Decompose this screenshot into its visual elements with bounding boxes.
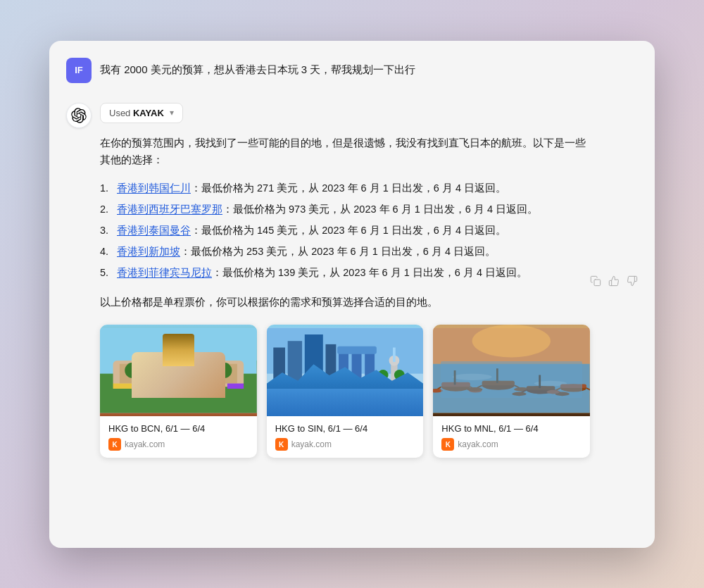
svg-point-60 — [555, 392, 570, 396]
svg-point-53 — [514, 388, 529, 392]
svg-point-65 — [547, 390, 560, 394]
svg-rect-24 — [337, 346, 377, 354]
svg-line-57 — [520, 390, 527, 394]
svg-rect-56 — [539, 375, 541, 389]
ai-actions — [590, 103, 638, 461]
svg-point-47 — [482, 381, 515, 390]
ai-content: Used KAYAK ▾ 在你的预算范围内，我找到了一些可能的目的地，但是很遗憾… — [100, 103, 590, 461]
card-singapore[interactable]: HKG to SIN, 6/1 — 6/4 K kayak.com — [267, 325, 424, 458]
list-item: 4. 香港到新加坡：最低价格为 253 美元，从 2023 年 6 月 1 日出… — [100, 242, 590, 261]
chevron-down-icon: ▾ — [170, 108, 174, 118]
svg-point-39 — [534, 381, 567, 386]
copy-icon[interactable] — [590, 275, 601, 289]
kayak-logo-icon: K — [275, 438, 288, 451]
user-avatar: IF — [66, 58, 92, 83]
svg-point-46 — [469, 389, 482, 393]
kayak-url: kayak.com — [125, 439, 165, 449]
svg-line-51 — [515, 386, 521, 389]
card-image-barcelona — [100, 325, 257, 416]
kayak-logo-icon: K — [108, 438, 121, 451]
svg-point-45 — [433, 389, 443, 393]
kayak-url: kayak.com — [458, 439, 498, 449]
svg-rect-17 — [273, 348, 285, 394]
ai-response-row: Used KAYAK ▾ 在你的预算范围内，我找到了一些可能的目的地，但是很遗憾… — [66, 103, 638, 461]
svg-rect-18 — [287, 342, 301, 394]
intro-text: 在你的预算范围内，我找到了一些可能的目的地，但是很遗憾，我没有找到直飞日本的航班… — [100, 135, 590, 169]
svg-point-59 — [513, 392, 527, 396]
user-message: IF 我有 2000 美元的预算，想从香港去日本玩 3 天，帮我规划一下出行 — [66, 58, 638, 83]
svg-rect-37 — [433, 364, 590, 413]
route-link-4[interactable]: 香港到新加坡 — [117, 246, 180, 257]
svg-rect-10 — [165, 338, 173, 370]
image-cards: HKG to BCN, 6/1 — 6/4 K kayak.com — [100, 325, 590, 458]
svg-point-13 — [216, 363, 232, 378]
svg-rect-6 — [159, 384, 179, 389]
svg-rect-19 — [304, 334, 322, 394]
svg-rect-48 — [482, 381, 515, 385]
svg-line-63 — [554, 388, 560, 392]
route-link-1[interactable]: 香港到韩国仁川 — [117, 182, 191, 194]
svg-rect-5 — [136, 384, 156, 389]
footer-note: 以上价格都是单程票价，你可以根据你的需求和预算选择合适的目的地。 — [100, 294, 590, 311]
route-link-2[interactable]: 香港到西班牙巴塞罗那 — [117, 204, 222, 215]
svg-rect-49 — [496, 369, 498, 383]
svg-rect-30 — [381, 377, 385, 387]
svg-rect-2 — [113, 361, 244, 387]
svg-rect-3 — [120, 364, 237, 384]
list-item: 3. 香港到泰国曼谷：最低价格为 145 美元，从 2023 年 6 月 1 日… — [100, 221, 590, 239]
svg-point-12 — [125, 363, 140, 378]
card-image-manila — [433, 325, 590, 416]
user-message-text: 我有 2000 美元的预算，想从香港去日本玩 3 天，帮我规划一下出行 — [100, 58, 415, 78]
svg-rect-21 — [339, 351, 348, 394]
card-route-sin: HKG to SIN, 6/1 — 6/4 — [275, 423, 415, 434]
svg-rect-25 — [267, 387, 424, 413]
card-manila[interactable]: HKG to MNL, 6/1 — 6/4 K kayak.com — [433, 325, 590, 458]
kayak-url: kayak.com — [291, 439, 332, 449]
svg-rect-62 — [560, 384, 586, 389]
kayak-pill-text: Used KAYAK — [109, 108, 164, 118]
svg-rect-7 — [182, 384, 201, 389]
svg-rect-66 — [594, 280, 601, 286]
svg-rect-22 — [351, 351, 361, 394]
svg-point-52 — [467, 388, 483, 392]
ai-avatar — [66, 103, 92, 128]
card-route-bcn: HKG to BCN, 6/1 — 6/4 — [108, 423, 249, 434]
svg-point-38 — [453, 374, 492, 380]
kayak-pill[interactable]: Used KAYAK ▾ — [100, 103, 183, 123]
svg-line-50 — [476, 386, 482, 389]
openai-icon — [71, 108, 87, 123]
svg-rect-29 — [393, 348, 396, 362]
list-item: 1. 香港到韩国仁川：最低价格为 271 美元，从 2023 年 6 月 1 日… — [100, 179, 590, 197]
route-link-5[interactable]: 香港到菲律宾马尼拉 — [117, 267, 212, 278]
kayak-logo-icon: K — [441, 438, 454, 451]
list-item: 2. 香港到西班牙巴塞罗那：最低价格为 973 美元，从 2023 年 6 月 … — [100, 200, 590, 218]
svg-rect-23 — [365, 351, 375, 394]
card-route-mnl: HKG to MNL, 6/1 — 6/4 — [441, 423, 582, 434]
svg-rect-32 — [397, 377, 401, 387]
svg-rect-14 — [100, 328, 257, 361]
svg-rect-42 — [454, 370, 456, 384]
svg-line-44 — [470, 387, 475, 391]
list-item: 5. 香港到菲律宾马尼拉：最低价格为 139 美元，从 2023 年 6 月 1… — [100, 263, 590, 282]
svg-point-54 — [527, 387, 555, 394]
card-barcelona[interactable]: HKG to BCN, 6/1 — 6/4 K kayak.com — [100, 325, 257, 458]
svg-rect-55 — [527, 387, 555, 391]
svg-rect-41 — [441, 382, 470, 387]
svg-point-31 — [377, 370, 388, 381]
svg-line-58 — [555, 390, 562, 394]
svg-rect-26 — [267, 390, 424, 394]
svg-rect-9 — [227, 384, 244, 389]
svg-rect-20 — [325, 344, 336, 394]
flight-list: 1. 香港到韩国仁川：最低价格为 271 美元，从 2023 年 6 月 1 日… — [100, 179, 590, 282]
thumbdown-icon[interactable] — [627, 275, 638, 289]
svg-point-36 — [472, 325, 551, 357]
thumbup-icon[interactable] — [608, 275, 620, 289]
svg-point-33 — [394, 370, 405, 381]
svg-rect-4 — [113, 384, 133, 389]
svg-point-40 — [441, 382, 470, 392]
ai-response: Used KAYAK ▾ 在你的预算范围内，我找到了一些可能的目的地，但是很遗憾… — [66, 103, 590, 461]
card-image-singapore — [267, 325, 424, 416]
svg-rect-8 — [204, 384, 224, 389]
chat-window: IF 我有 2000 美元的预算，想从香港去日本玩 3 天，帮我规划一下出行 U… — [49, 41, 655, 548]
route-link-3[interactable]: 香港到泰国曼谷 — [117, 225, 191, 236]
